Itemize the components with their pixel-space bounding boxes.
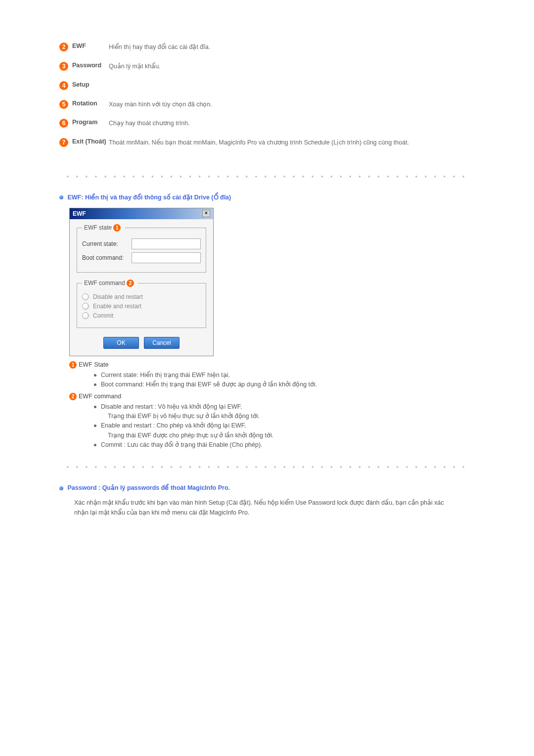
- menu-desc: Xoay màn hình với tùy chọn đã chọn.: [107, 100, 475, 109]
- bullet-icon: [59, 195, 63, 199]
- fieldset-legend: EWF state 1: [82, 224, 125, 232]
- section-divider-icon: ● ● ● ● ● ● ● ● ● ● ● ● ● ● ● ● ● ● ● ● …: [59, 174, 475, 179]
- ewf-state-exp-heading: 1 EWF State: [69, 361, 475, 369]
- number-badge-icon: 2: [59, 43, 68, 51]
- menu-desc: Thoát mnMain. Nếu bạn thoát mnMain, Magi…: [107, 138, 475, 147]
- radio-label: Disable and restart: [93, 293, 143, 300]
- menu-item-program: 6 Program Chạy hay thoát chương trình.: [59, 116, 475, 135]
- exp-title: EWF State: [79, 361, 108, 368]
- radio-enable-restart[interactable]: Enable and restart: [82, 303, 201, 310]
- ok-button[interactable]: OK: [103, 337, 139, 349]
- ewf-cmd-exp-list: Disable and restart : Vô hiệu và khởi độ…: [94, 402, 475, 450]
- item-text: Enable and restart : Cho phép và khởi độ…: [101, 422, 246, 429]
- ewf-explanations: 1 EWF State Current state: Hiển thị trạn…: [69, 361, 475, 450]
- menu-label: Setup: [72, 81, 107, 88]
- number-badge-icon: 4: [59, 81, 68, 90]
- fieldset-legend: EWF command 2: [82, 280, 138, 287]
- current-state-input[interactable]: [132, 238, 201, 249]
- list-item: Current state: Hiển thị trạng thái EWF h…: [94, 371, 475, 380]
- ewf-state-fieldset: EWF state 1 Current state: Boot command:: [77, 224, 206, 273]
- radio-label: Commit: [93, 312, 113, 319]
- legend-num-icon: 1: [113, 224, 121, 232]
- boot-command-input[interactable]: [132, 252, 201, 263]
- legend-num-icon: 2: [127, 280, 134, 287]
- password-section-desc: Xác nhận mật khẩu trước khi bạn vào màn …: [74, 498, 450, 518]
- menu-desc: Hiển thị hay thay đổi các cài đặt đĩa.: [107, 43, 475, 52]
- list-item: Disable and restart : Vô hiệu và khởi độ…: [94, 402, 475, 422]
- radio-commit[interactable]: Commit: [82, 312, 201, 319]
- menu-label: Rotation: [72, 100, 107, 107]
- heading-text: EWF: Hiển thị và thay đổi thông số cài đ…: [67, 194, 231, 201]
- list-item: Boot command: Hiển thị trạng thái EWF sẽ…: [94, 380, 475, 389]
- section-divider-icon: ● ● ● ● ● ● ● ● ● ● ● ● ● ● ● ● ● ● ● ● …: [59, 465, 475, 469]
- current-state-row: Current state:: [82, 238, 201, 249]
- legend-text: EWF command: [84, 280, 125, 286]
- item-sub: Trạng thái EWF được cho phép thực sự ở l…: [101, 431, 475, 440]
- menu-item-password: 3 Password Quản lý mật khẩu.: [59, 59, 475, 78]
- menu-item-list: 2 EWF Hiển thị hay thay đổi các cài đặt …: [59, 40, 475, 154]
- boot-command-row: Boot command:: [82, 252, 201, 263]
- number-badge-icon: 2: [69, 393, 77, 400]
- legend-text: EWF state: [84, 224, 112, 231]
- item-text: Disable and restart : Vô hiệu và khởi độ…: [101, 403, 242, 410]
- radio-label: Enable and restart: [93, 303, 141, 310]
- ewf-section-heading: EWF: Hiển thị và thay đổi thông số cài đ…: [59, 193, 475, 201]
- number-badge-icon: 3: [59, 62, 68, 71]
- radio-icon: [82, 303, 89, 310]
- dialog-button-row: OK Cancel: [76, 335, 207, 349]
- list-item: Commit : Lưu các thay đổi ở trạng thái E…: [94, 440, 475, 450]
- bullet-icon: [59, 486, 63, 490]
- number-badge-icon: 7: [59, 138, 68, 147]
- menu-item-setup: 4 Setup: [59, 78, 475, 97]
- radio-icon: [82, 293, 89, 300]
- menu-label: EWF: [72, 43, 107, 49]
- dialog-body: EWF state 1 Current state: Boot command:…: [70, 219, 213, 356]
- menu-item-exit: 7 Exit (Thoát) Thoát mnMain. Nếu bạn tho…: [59, 135, 475, 154]
- cancel-button[interactable]: Cancel: [144, 337, 179, 349]
- number-badge-icon: 1: [69, 361, 77, 369]
- menu-item-ewf: 2 EWF Hiển thị hay thay đổi các cài đặt …: [59, 40, 475, 59]
- heading-text: Password : Quản lý passwords để thoát Ma…: [67, 484, 230, 491]
- menu-label: Program: [72, 119, 107, 126]
- ewf-state-exp-list: Current state: Hiển thị trạng thái EWF h…: [94, 371, 475, 390]
- item-sub: Trạng thái EWF bị vô hiệu thực sự ở lần …: [101, 412, 475, 421]
- dialog-titlebar: EWF ×: [70, 208, 213, 219]
- menu-label: Password: [72, 62, 107, 69]
- field-label: Current state:: [82, 240, 132, 247]
- password-section-heading: Password : Quản lý passwords để thoát Ma…: [59, 484, 475, 491]
- number-badge-icon: 5: [59, 100, 68, 109]
- exp-title: EWF command: [79, 393, 121, 400]
- page-content: 2 EWF Hiển thị hay thay đổi các cài đặt …: [0, 0, 534, 715]
- close-icon[interactable]: ×: [202, 210, 210, 217]
- menu-desc: Chạy hay thoát chương trình.: [107, 119, 475, 128]
- menu-desc: Quản lý mật khẩu.: [107, 62, 475, 71]
- ewf-command-fieldset: EWF command 2 Disable and restart Enable…: [77, 280, 206, 328]
- ewf-dialog: EWF × EWF state 1 Current state: Boot co…: [69, 208, 214, 356]
- menu-label: Exit (Thoát): [72, 138, 107, 145]
- ewf-cmd-exp-heading: 2 EWF command: [69, 393, 475, 400]
- number-badge-icon: 6: [59, 119, 68, 128]
- radio-icon: [82, 312, 89, 319]
- radio-disable-restart[interactable]: Disable and restart: [82, 293, 201, 300]
- field-label: Boot command:: [82, 254, 132, 261]
- menu-item-rotation: 5 Rotation Xoay màn hình với tùy chọn đã…: [59, 97, 475, 116]
- dialog-title-text: EWF: [73, 210, 86, 217]
- list-item: Enable and restart : Cho phép và khởi độ…: [94, 421, 475, 440]
